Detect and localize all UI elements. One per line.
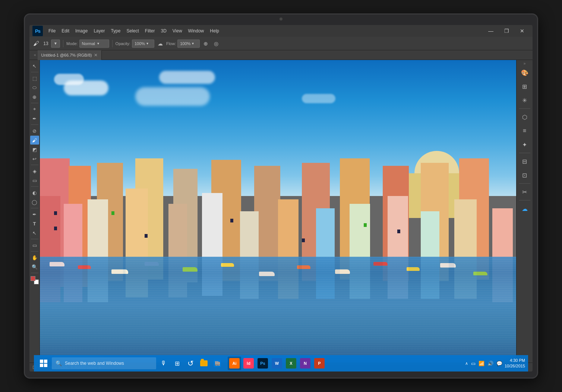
menu-type[interactable]: Type: [108, 27, 123, 35]
cortana-button[interactable]: 🎙: [158, 357, 170, 369]
minimize-button[interactable]: —: [483, 26, 498, 36]
cloud-4: [159, 71, 215, 84]
history-brush-button[interactable]: ↩: [30, 154, 39, 163]
taskbar-word[interactable]: W: [270, 357, 284, 370]
gradient-button[interactable]: ▭: [30, 176, 39, 185]
tablet-pressure-button[interactable]: ⊕: [201, 39, 210, 48]
menu-image[interactable]: Image: [73, 27, 90, 35]
brush-preset-button[interactable]: ▼: [51, 39, 60, 48]
paths-button[interactable]: ✦: [518, 138, 531, 151]
airbrush-button[interactable]: ☁: [156, 39, 165, 48]
blur-tool-button[interactable]: ◐: [30, 188, 39, 197]
scissors-button[interactable]: ✂: [518, 185, 531, 199]
tab-collapse-button[interactable]: «: [32, 53, 38, 57]
menu-window[interactable]: Window: [186, 27, 207, 35]
menu-view[interactable]: View: [170, 27, 185, 35]
color-panel-button[interactable]: 🎨: [518, 66, 531, 79]
store-button[interactable]: 🏬: [211, 357, 223, 369]
flow-display: 100%: [180, 41, 190, 46]
dodge-tool-button[interactable]: ◯: [30, 197, 39, 206]
foreground-color-swatch[interactable]: [31, 276, 35, 281]
start-button[interactable]: [37, 357, 50, 370]
transform-button[interactable]: ⊡: [518, 168, 531, 182]
menu-file[interactable]: File: [46, 27, 58, 35]
marquee-tool-button[interactable]: ⬚: [30, 74, 39, 83]
type-tool-button[interactable]: T: [30, 219, 39, 228]
mode-label: Mode:: [66, 41, 78, 46]
quick-select-button[interactable]: ⊕: [30, 92, 39, 101]
window-4: [145, 234, 148, 238]
adjustments-button[interactable]: ✳: [518, 94, 531, 107]
clone-stamp-button[interactable]: ◩: [30, 145, 39, 154]
boat-11: [407, 267, 420, 271]
taskbar-powerpoint[interactable]: P: [313, 357, 326, 370]
file-explorer-button[interactable]: [198, 357, 210, 369]
taskbar-search[interactable]: 🔍 Search the web and Windows: [52, 357, 156, 369]
healing-brush-button[interactable]: ⊘: [30, 126, 39, 135]
swatches-button[interactable]: ⊞: [518, 80, 531, 93]
close-button[interactable]: ✕: [515, 26, 530, 36]
move-tool-button[interactable]: ↖: [30, 61, 39, 70]
boat-4: [145, 262, 159, 266]
taskbar-excel[interactable]: X: [284, 357, 298, 370]
options-toolbar: 🖌 13 ▼ Mode: Normal ▾ Opacity: 100% ▾ ☁ …: [29, 37, 533, 50]
win-logo-bl: [40, 364, 43, 367]
taskbar-illustrator[interactable]: Ai: [228, 357, 241, 370]
boat-5: [183, 267, 198, 272]
toolbar-separator-1: [63, 40, 63, 47]
flow-label: Flow:: [166, 41, 176, 46]
tool-separator-3: [31, 124, 38, 125]
battery-icon[interactable]: ▭: [471, 361, 476, 366]
tab-close-button[interactable]: ✕: [94, 53, 98, 58]
task-view-button[interactable]: ⊞: [171, 357, 183, 369]
mode-dropdown[interactable]: Normal ▾: [79, 39, 109, 48]
menu-help[interactable]: Help: [207, 27, 222, 35]
taskbar-clock[interactable]: 4:30 PM 10/26/2015: [505, 358, 525, 369]
rectangle-tool-button[interactable]: ▭: [30, 241, 39, 250]
taskbar-photoshop[interactable]: Ps: [256, 357, 269, 370]
menu-layer[interactable]: Layer: [91, 27, 107, 35]
right-panel: » 🎨 ⊞ ✳ ⬡ ≡ ✦ ⊟ ⊡ ✂ ☁: [516, 60, 533, 363]
pen-tool-button[interactable]: ✒: [30, 210, 39, 219]
right-panel-sep-2: [519, 153, 530, 153]
smooth-button[interactable]: ◎: [212, 39, 221, 48]
layers-button[interactable]: ⬡: [518, 110, 531, 124]
chevron-up-icon[interactable]: ∧: [465, 361, 468, 366]
taskbar-indesign[interactable]: Id: [242, 357, 255, 370]
properties-button[interactable]: ⊟: [518, 155, 531, 168]
volume-icon[interactable]: 🔊: [487, 361, 493, 366]
hand-tool-button[interactable]: ✋: [30, 253, 39, 262]
menu-filter[interactable]: Filter: [142, 27, 158, 35]
taskbar-onenote[interactable]: N: [299, 357, 312, 370]
maximize-button[interactable]: ❐: [499, 26, 514, 36]
opacity-label: Opacity:: [116, 41, 130, 46]
window-3: [111, 211, 114, 215]
edge-button[interactable]: ↺: [184, 357, 196, 369]
boat-13: [473, 272, 487, 275]
wifi-icon[interactable]: 📶: [479, 361, 484, 366]
camera: [280, 18, 282, 20]
lasso-tool-button[interactable]: ⬭: [30, 83, 39, 92]
eyedropper-button[interactable]: ✒: [30, 114, 39, 123]
action-center-icon[interactable]: 💬: [496, 361, 502, 366]
cc-libraries-button[interactable]: ☁: [518, 202, 531, 215]
canvas-area[interactable]: [40, 60, 516, 363]
menu-select[interactable]: Select: [124, 27, 141, 35]
window-7: [364, 223, 367, 227]
crop-tool-button[interactable]: ⌖: [30, 105, 39, 114]
zoom-tool-button[interactable]: 🔍: [30, 262, 39, 271]
opacity-chevron: ▾: [146, 41, 148, 45]
boat-8: [297, 265, 310, 269]
title-bar: Ps File Edit Image Layer Type Select Fil…: [29, 25, 533, 37]
channels-button[interactable]: ≡: [518, 124, 531, 137]
menu-3d[interactable]: 3D: [158, 27, 169, 35]
path-selection-button[interactable]: ↖: [30, 228, 39, 237]
right-panel-collapse[interactable]: »: [522, 61, 527, 66]
flow-value[interactable]: 100% ▾: [177, 39, 200, 48]
menu-edit[interactable]: Edit: [59, 27, 72, 35]
cloud-3: [135, 87, 210, 106]
document-tab[interactable]: Untitled-1 @66.7% (RGB/8) ✕: [38, 50, 102, 60]
brush-tool-button[interactable]: 🖌: [30, 136, 39, 145]
opacity-value[interactable]: 100% ▾: [132, 39, 154, 48]
eraser-button[interactable]: ◈: [30, 167, 39, 176]
